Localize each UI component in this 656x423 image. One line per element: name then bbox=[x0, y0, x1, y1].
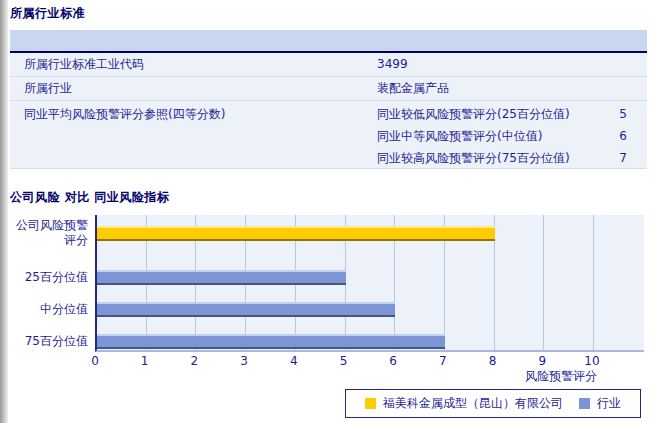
x-axis-label: 风险预警评分 bbox=[440, 368, 597, 385]
legend-swatch bbox=[579, 398, 590, 409]
row-value: 装配金属产品 bbox=[377, 77, 449, 100]
row-value: 3499 bbox=[377, 53, 408, 76]
gridline bbox=[593, 215, 594, 350]
chart-legend: 福美科金属成型（昆山）有限公司行业 bbox=[345, 389, 641, 418]
industry-standard-table: 所属行业标准工业代码 3499 所属行业 装配金属产品 同业平均风险预警评分参照… bbox=[10, 30, 647, 169]
table-row-peer-scores: 同业平均风险预警评分参照(四等分数) 同业较低风险预警评分(25百分位值) 5 … bbox=[10, 101, 647, 169]
subrow-label: 同业中等风险预警评分(中位值) bbox=[377, 129, 542, 143]
row-label: 所属行业标准工业代码 bbox=[24, 53, 144, 76]
peer-score-subrows: 同业较低风险预警评分(25百分位值) 5 同业中等风险预警评分(中位值) 6 同… bbox=[377, 103, 647, 169]
row-label: 所属行业 bbox=[24, 77, 72, 100]
tick-label: 3 bbox=[240, 354, 248, 368]
row-label: 同业平均风险预警评分参照(四等分数) bbox=[24, 103, 225, 125]
category-label: 公司风险预警评分 bbox=[8, 218, 88, 248]
subrow-25th: 同业较低风险预警评分(25百分位值) 5 bbox=[377, 103, 647, 125]
subrow-value: 7 bbox=[619, 147, 627, 169]
tick-label: 10 bbox=[584, 354, 599, 368]
report-page: 所属行业标准 所属行业标准工业代码 3499 所属行业 装配金属产品 同业平均风… bbox=[0, 0, 656, 423]
legend-label: 行业 bbox=[597, 395, 621, 412]
x-axis-ticks: 012345678910 bbox=[0, 354, 656, 368]
bar bbox=[97, 302, 395, 317]
tick-label: 9 bbox=[538, 354, 546, 368]
tick-label: 7 bbox=[439, 354, 447, 368]
legend-label: 福美科金属成型（昆山）有限公司 bbox=[383, 395, 563, 412]
tick-label: 6 bbox=[389, 354, 397, 368]
chart-category-labels: 公司风险预警评分25百分位值中分位值75百分位值 bbox=[8, 215, 88, 352]
bar bbox=[97, 270, 346, 285]
subrow-label: 同业较高风险预警评分(75百分位值) bbox=[377, 151, 570, 165]
tick-label: 2 bbox=[191, 354, 199, 368]
subrow-75th: 同业较高风险预警评分(75百分位值) 7 bbox=[377, 147, 647, 169]
table-row-sic-code: 所属行业标准工业代码 3499 bbox=[10, 53, 647, 77]
legend-swatch bbox=[365, 398, 376, 409]
subrow-value: 6 bbox=[619, 125, 627, 147]
category-label: 75百分位值 bbox=[8, 334, 88, 349]
subrow-median: 同业中等风险预警评分(中位值) 6 bbox=[377, 125, 647, 147]
bar bbox=[97, 226, 495, 241]
table-header-band bbox=[10, 30, 647, 53]
legend-item: 行业 bbox=[579, 395, 621, 412]
tick-label: 4 bbox=[290, 354, 298, 368]
section-title-risk-comparison: 公司风险 对比 同业风险指标 bbox=[10, 189, 169, 206]
tick-label: 1 bbox=[141, 354, 149, 368]
category-label: 中分位值 bbox=[8, 302, 88, 317]
gridline bbox=[543, 215, 544, 350]
category-label: 25百分位值 bbox=[8, 270, 88, 285]
tick-label: 5 bbox=[340, 354, 348, 368]
section-title-industry-standard: 所属行业标准 bbox=[10, 5, 85, 22]
legend-item: 福美科金属成型（昆山）有限公司 bbox=[365, 395, 563, 412]
table-row-industry: 所属行业 装配金属产品 bbox=[10, 77, 647, 101]
risk-comparison-chart: 公司风险预警评分25百分位值中分位值75百分位值 012345678910 风险… bbox=[0, 215, 656, 385]
subrow-label: 同业较低风险预警评分(25百分位值) bbox=[377, 107, 570, 121]
chart-plot bbox=[95, 215, 644, 352]
bar bbox=[97, 334, 445, 349]
subrow-value: 5 bbox=[619, 103, 627, 125]
tick-label: 8 bbox=[489, 354, 497, 368]
tick-label: 0 bbox=[91, 354, 99, 368]
